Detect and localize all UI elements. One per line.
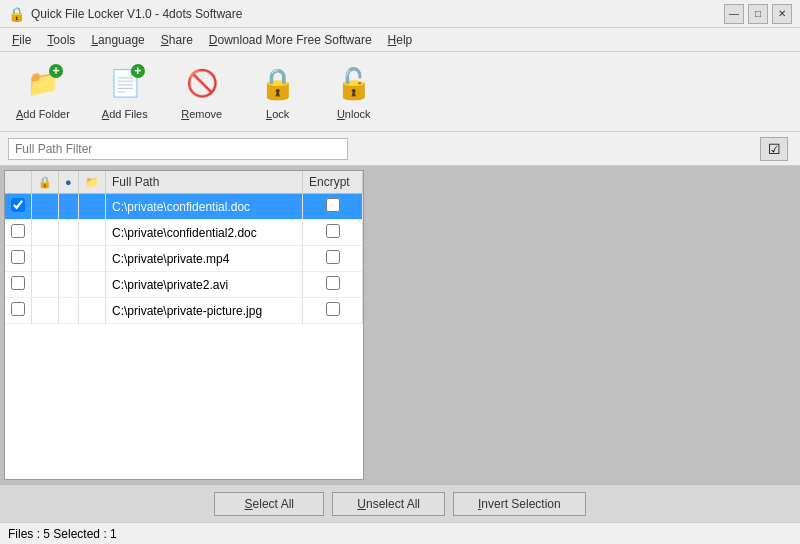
header-checkbox-cell — [5, 171, 32, 194]
status-text: Files : 5 Selected : 1 — [8, 527, 117, 541]
menu-bar: File Tools Language Share Download More … — [0, 28, 800, 52]
row-checkbox[interactable] — [11, 302, 25, 316]
filter-input[interactable] — [8, 138, 348, 160]
unselect-all-button[interactable]: Unselect All — [332, 492, 445, 516]
lock-label: Lock — [266, 108, 289, 120]
row-icon-cell — [79, 220, 106, 246]
table-header-row: 🔒 ● 📁 Full Path Encrypt — [5, 171, 363, 194]
app-title: Quick File Locker V1.0 - 4dots Software — [31, 7, 242, 21]
invert-selection-button[interactable]: Invert Selection — [453, 492, 586, 516]
bottom-bar: Select All Unselect All Invert Selection — [0, 484, 800, 522]
row-checkbox[interactable] — [11, 224, 25, 238]
row-checkbox[interactable] — [11, 198, 25, 212]
row-encrypt-cell[interactable] — [303, 194, 363, 220]
remove-label: Remove — [181, 108, 222, 120]
title-left: 🔒 Quick File Locker V1.0 - 4dots Softwar… — [8, 6, 242, 22]
row-icon-cell — [59, 298, 79, 324]
header-dot-cell: ● — [59, 171, 79, 194]
add-files-button[interactable]: 📄 + Add Files — [94, 60, 156, 124]
encrypt-checkbox[interactable] — [326, 302, 340, 316]
menu-file[interactable]: File — [4, 31, 39, 49]
row-path: C:\private\confidential2.doc — [106, 220, 303, 246]
row-path: C:\private\confidential.doc — [106, 194, 303, 220]
remove-button[interactable]: 🚫 Remove — [172, 60, 232, 124]
maximize-button[interactable]: □ — [748, 4, 768, 24]
close-button[interactable]: ✕ — [772, 4, 792, 24]
row-encrypt-cell[interactable] — [303, 220, 363, 246]
select-all-button[interactable]: Select All — [214, 492, 324, 516]
row-checkbox[interactable] — [11, 250, 25, 264]
app-icon: 🔒 — [8, 6, 25, 22]
remove-icon: 🚫 — [182, 64, 222, 104]
table-row[interactable]: C:\private\private.mp4 — [5, 246, 363, 272]
menu-share[interactable]: Share — [153, 31, 201, 49]
header-path: Full Path — [106, 171, 303, 194]
row-path: C:\private\private.mp4 — [106, 246, 303, 272]
unlock-button[interactable]: 🔓 Unlock — [324, 60, 384, 124]
header-lock-cell: 🔒 — [32, 171, 59, 194]
menu-download[interactable]: Download More Free Software — [201, 31, 380, 49]
header-encrypt: Encrypt — [303, 171, 363, 194]
menu-help[interactable]: Help — [380, 31, 421, 49]
lock-button[interactable]: 🔒 Lock — [248, 60, 308, 124]
row-icon-cell — [79, 194, 106, 220]
title-controls: — □ ✕ — [724, 4, 792, 24]
menu-tools[interactable]: Tools — [39, 31, 83, 49]
menu-language[interactable]: Language — [83, 31, 152, 49]
add-folder-label: Add Folder — [16, 108, 70, 120]
row-icon-cell — [79, 246, 106, 272]
row-icon-cell — [32, 272, 59, 298]
title-bar: 🔒 Quick File Locker V1.0 - 4dots Softwar… — [0, 0, 800, 28]
add-folder-button[interactable]: 📁 + Add Folder — [8, 60, 78, 124]
filter-bar: ☑ — [0, 132, 800, 166]
row-icon-cell — [32, 246, 59, 272]
encrypt-checkbox[interactable] — [326, 250, 340, 264]
row-icon-cell — [59, 220, 79, 246]
table-row[interactable]: C:\private\private-picture.jpg — [5, 298, 363, 324]
file-table-container: 🔒 ● 📁 Full Path Encrypt C:\private\confi… — [4, 170, 364, 480]
unlock-icon: 🔓 — [334, 64, 374, 104]
file-table: 🔒 ● 📁 Full Path Encrypt C:\private\confi… — [5, 171, 363, 324]
row-encrypt-cell[interactable] — [303, 246, 363, 272]
encrypt-checkbox[interactable] — [326, 276, 340, 290]
row-path: C:\private\private2.avi — [106, 272, 303, 298]
row-icon-cell — [59, 272, 79, 298]
add-folder-icon: 📁 + — [23, 64, 63, 104]
header-folder-cell: 📁 — [79, 171, 106, 194]
row-icon-cell — [59, 194, 79, 220]
add-files-icon: 📄 + — [105, 64, 145, 104]
encrypt-checkbox[interactable] — [326, 198, 340, 212]
add-files-label: Add Files — [102, 108, 148, 120]
row-encrypt-cell[interactable] — [303, 272, 363, 298]
table-row[interactable]: C:\private\confidential.doc — [5, 194, 363, 220]
row-icon-cell — [32, 220, 59, 246]
table-row[interactable]: C:\private\private2.avi — [5, 272, 363, 298]
row-icon-cell — [79, 272, 106, 298]
row-icon-cell — [79, 298, 106, 324]
row-path: C:\private\private-picture.jpg — [106, 298, 303, 324]
row-encrypt-cell[interactable] — [303, 298, 363, 324]
toolbar: 📁 + Add Folder 📄 + Add Files 🚫 Remove 🔒 … — [0, 52, 800, 132]
row-checkbox[interactable] — [11, 276, 25, 290]
table-row[interactable]: C:\private\confidential2.doc — [5, 220, 363, 246]
lock-icon: 🔒 — [258, 64, 298, 104]
status-bar: Files : 5 Selected : 1 — [0, 522, 800, 544]
minimize-button[interactable]: — — [724, 4, 744, 24]
row-icon-cell — [59, 246, 79, 272]
filter-button[interactable]: ☑ — [760, 137, 788, 161]
unlock-label: Unlock — [337, 108, 371, 120]
encrypt-checkbox[interactable] — [326, 224, 340, 238]
row-icon-cell — [32, 194, 59, 220]
main-area: 🔒 ● 📁 Full Path Encrypt C:\private\confi… — [0, 166, 800, 484]
row-icon-cell — [32, 298, 59, 324]
file-table-body: C:\private\confidential.docC:\private\co… — [5, 194, 363, 324]
